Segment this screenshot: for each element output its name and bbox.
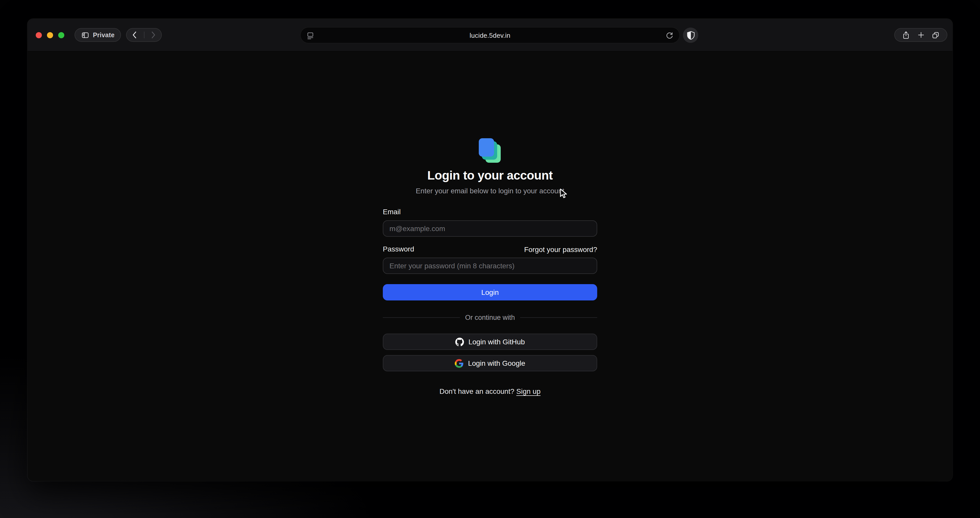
login-google-label: Login with Google xyxy=(468,359,525,367)
page-title: Login to your account xyxy=(427,167,552,184)
browser-toolbar: Private xyxy=(27,19,953,51)
website-settings-icon[interactable] xyxy=(306,32,314,40)
share-icon[interactable] xyxy=(902,30,910,40)
divider-label: Or continue with xyxy=(460,314,520,321)
sidebar-private-badge[interactable]: Private xyxy=(75,28,121,42)
url-text[interactable]: lucide.5dev.in xyxy=(469,31,511,39)
login-button[interactable]: Login xyxy=(383,284,597,300)
privacy-shield-button[interactable] xyxy=(683,27,698,43)
github-icon xyxy=(455,337,464,346)
toolbar-right-cluster xyxy=(894,28,947,42)
sidebar-icon[interactable] xyxy=(81,31,89,39)
traffic-lights xyxy=(36,32,64,38)
minimize-button[interactable] xyxy=(47,32,53,38)
signup-prompt: Don't have an account? Sign up xyxy=(439,387,541,395)
nav-pill xyxy=(126,28,162,42)
signup-link[interactable]: Sign up xyxy=(516,387,541,395)
new-tab-icon[interactable] xyxy=(917,31,924,39)
divider: Or continue with xyxy=(383,314,597,321)
email-field[interactable] xyxy=(383,220,597,237)
email-label: Email xyxy=(383,208,401,216)
private-label: Private xyxy=(93,31,115,38)
login-github-button[interactable]: Login with GitHub xyxy=(383,334,597,350)
desktop: Private xyxy=(0,0,980,518)
google-icon xyxy=(455,359,463,367)
browser-window: Private xyxy=(27,19,953,481)
signup-prompt-text: Don't have an account? xyxy=(439,387,516,395)
zoom-button[interactable] xyxy=(58,32,64,38)
reload-icon[interactable] xyxy=(665,31,674,40)
forgot-password-link[interactable]: Forgot your password? xyxy=(524,245,597,253)
login-google-button[interactable]: Login with Google xyxy=(383,355,597,371)
login-form: Email Password Forgot your password? Log… xyxy=(383,207,597,371)
tab-overview-icon[interactable] xyxy=(932,31,940,39)
shield-icon xyxy=(687,31,694,40)
page-subtitle: Enter your email below to login to your … xyxy=(416,186,564,196)
mouse-cursor xyxy=(559,188,569,199)
address-bar[interactable]: lucide.5dev.in xyxy=(300,27,680,43)
login-github-label: Login with GitHub xyxy=(468,338,525,346)
page-content: Login to your account Enter your email b… xyxy=(27,51,953,481)
forward-button[interactable] xyxy=(150,31,157,39)
app-logo-icon xyxy=(479,138,501,163)
password-label: Password xyxy=(383,245,414,254)
back-button[interactable] xyxy=(131,31,138,39)
close-button[interactable] xyxy=(36,32,42,38)
password-field[interactable] xyxy=(383,257,597,274)
